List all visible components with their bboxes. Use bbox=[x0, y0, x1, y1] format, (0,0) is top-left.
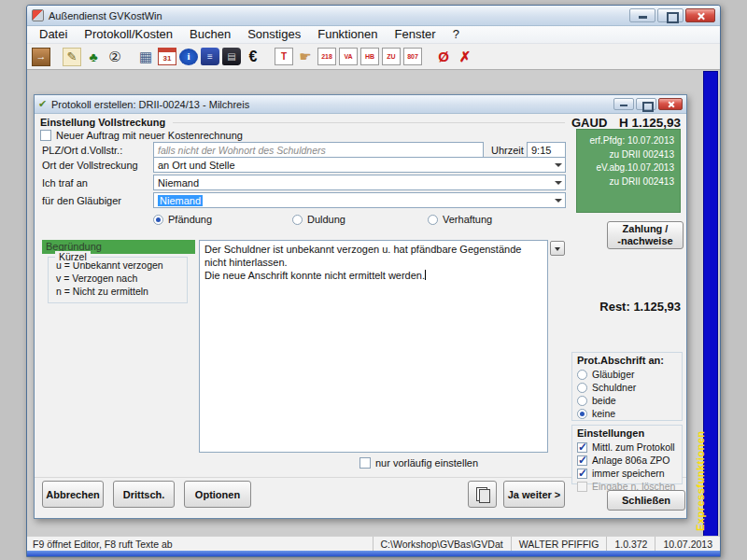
time-input[interactable]: 9:15 bbox=[527, 142, 566, 158]
document-hb-icon[interactable]: HB bbox=[360, 48, 379, 65]
traf-label: Ich traf an bbox=[42, 177, 88, 189]
drittsch-button[interactable]: Drittsch. bbox=[113, 481, 175, 508]
abschrift-radio[interactable] bbox=[577, 396, 587, 406]
app-icon bbox=[32, 9, 44, 21]
kuerzel-title: Kürzel bbox=[55, 251, 91, 262]
glaeubiger-combobox[interactable]: Niemand bbox=[153, 192, 566, 208]
section-title: Einstellung Vollstreckung bbox=[40, 117, 165, 128]
new-order-checkbox-box[interactable] bbox=[40, 130, 51, 141]
optionen-button[interactable]: Optionen bbox=[184, 481, 251, 508]
radio-verhaftung[interactable]: Verhaftung bbox=[428, 214, 492, 225]
abschrift-label: keine bbox=[592, 408, 615, 419]
protocol-edit-icon[interactable]: ✎ bbox=[63, 48, 81, 66]
kosten-icon[interactable]: ♣ bbox=[84, 48, 103, 66]
menu-datei[interactable]: Datei bbox=[31, 26, 76, 43]
radio-pfaendung-dot[interactable] bbox=[153, 215, 163, 225]
abschrift-radio[interactable] bbox=[577, 370, 587, 380]
clock-2-icon[interactable]: ② bbox=[106, 48, 124, 66]
radio-pfaendung[interactable]: Pfändung bbox=[153, 214, 212, 225]
chevron-down-icon[interactable] bbox=[555, 199, 562, 203]
hand-icon[interactable]: ☛ bbox=[296, 48, 315, 66]
statusbar-user: WALTER PFIFFIG bbox=[511, 537, 607, 551]
einstellung-label: immer speichern bbox=[592, 468, 665, 479]
main-titlebar: Außendienst GVKostWin bbox=[27, 6, 720, 26]
traf-combobox[interactable]: Niemand bbox=[153, 175, 566, 190]
begruendung-textarea[interactable]: Der Schuldner ist unbekannt verzogen u. … bbox=[199, 240, 548, 453]
ort-combobox[interactable]: an Ort und Stelle bbox=[153, 157, 566, 173]
einstellung-checkbox[interactable] bbox=[577, 455, 587, 466]
einstellung-checkbox[interactable] bbox=[577, 469, 587, 479]
einstellungen-title: Einstellungen bbox=[572, 426, 682, 440]
statusbar-hint: F9 öffnet Editor, F8 ruft Texte ab bbox=[27, 539, 373, 550]
kuerzel-item: v = Verzogen nach bbox=[49, 271, 187, 284]
dialog-maximize-button[interactable] bbox=[636, 98, 656, 110]
dialog-close-button[interactable] bbox=[658, 98, 683, 110]
cancel-icon[interactable]: ✗ bbox=[456, 48, 474, 66]
abschrift-option-beide[interactable]: beide bbox=[572, 393, 682, 406]
text-dropdown-button[interactable] bbox=[550, 241, 565, 256]
statusbar-path: C:\Workshop\GVBas\GVDat bbox=[373, 537, 511, 551]
case-info-line: eV.abg.10.07.2013 bbox=[583, 161, 674, 175]
einstellung-immer-speichern[interactable]: immer speichern bbox=[572, 466, 682, 479]
abschrift-radio[interactable] bbox=[577, 383, 587, 393]
abschrift-radio[interactable] bbox=[577, 409, 587, 419]
addressbook-icon[interactable]: ▤ bbox=[222, 48, 241, 65]
einstellung-checkbox[interactable] bbox=[577, 442, 587, 453]
abschrift-option-schuldner[interactable]: Schuldner bbox=[572, 380, 682, 393]
plz-placeholder: falls nicht der Wohnort des Schuldners bbox=[158, 145, 326, 156]
kuerzel-groupbox: Kürzel u = Unbekannt verzogen v = Verzog… bbox=[48, 257, 188, 303]
menu-buchen[interactable]: Buchen bbox=[181, 26, 239, 43]
phonebook-icon[interactable]: ≡ bbox=[201, 48, 219, 65]
radio-verhaftung-label: Verhaftung bbox=[443, 214, 492, 225]
document-va-icon[interactable]: VA bbox=[339, 48, 358, 65]
radio-verhaftung-dot[interactable] bbox=[428, 215, 438, 225]
abschrift-option-keine[interactable]: keine bbox=[572, 406, 682, 419]
copies-button[interactable] bbox=[468, 481, 497, 508]
plz-input[interactable]: falls nicht der Wohnort des Schuldners bbox=[153, 142, 484, 158]
document-218-icon[interactable]: 218 bbox=[317, 48, 336, 65]
menu-funktionen[interactable]: Funktionen bbox=[309, 26, 386, 43]
einstellung-anlage-806a[interactable]: Anlage 806a ZPO bbox=[572, 453, 682, 466]
dialog-check-icon: ✔ bbox=[38, 98, 51, 110]
case-info-line: zu DRII 002413 bbox=[583, 175, 674, 189]
radio-duldung-label: Duldung bbox=[307, 214, 345, 225]
document-zu-icon[interactable]: ZU bbox=[382, 48, 401, 65]
gaud-label: GAUD bbox=[571, 116, 607, 130]
abbrechen-button[interactable]: Abbrechen bbox=[42, 481, 104, 508]
vorlaeufig-checkbox[interactable]: nur vorläufig einstellen bbox=[359, 457, 478, 469]
schliessen-button[interactable]: Schließen bbox=[607, 490, 685, 511]
close-button[interactable] bbox=[685, 8, 715, 22]
chevron-down-icon[interactable] bbox=[555, 163, 562, 167]
document-t-icon[interactable]: T bbox=[275, 48, 293, 65]
radio-duldung[interactable]: Duldung bbox=[292, 214, 345, 225]
menubar: Datei Protokoll/Kosten Buchen Sonstiges … bbox=[27, 26, 720, 44]
euro-icon[interactable]: € bbox=[244, 48, 262, 66]
document-807-icon[interactable]: 807 bbox=[403, 48, 422, 65]
abschrift-option-glaeubiger[interactable]: Gläubiger bbox=[572, 367, 682, 380]
menu-protokoll-kosten[interactable]: Protokoll/Kosten bbox=[76, 26, 181, 43]
express-functions-bar[interactable]: Expressfunktionen bbox=[703, 71, 718, 538]
main-window: Außendienst GVKostWin Datei Protokoll/Ko… bbox=[26, 5, 721, 557]
zahlung-button[interactable]: Zahlung / -nachweise bbox=[607, 221, 684, 249]
menu-sonstiges[interactable]: Sonstiges bbox=[239, 26, 309, 43]
einstellung-mittl-protokoll[interactable]: Mittl. zum Protokoll bbox=[572, 440, 682, 453]
menu-help[interactable]: ? bbox=[444, 26, 468, 43]
vorlaeufig-checkbox-box[interactable] bbox=[359, 457, 371, 469]
new-order-checkbox[interactable]: Neuer Auftrag mit neuer Kostenrechnung bbox=[40, 130, 243, 141]
exit-icon[interactable]: → bbox=[32, 48, 50, 66]
radio-duldung-dot[interactable] bbox=[292, 215, 303, 225]
calendar-icon[interactable]: 31 bbox=[158, 48, 176, 65]
statusbar-version: 1.0.372 bbox=[606, 537, 655, 551]
rest-amount: Rest: 1.125,93 bbox=[599, 300, 681, 314]
maximize-button[interactable] bbox=[657, 8, 684, 22]
begruendung-text-line: Der Schuldner ist unbekannt verzogen u. … bbox=[204, 243, 543, 269]
glaeubiger-value: Niemand bbox=[158, 195, 203, 206]
ja-weiter-button[interactable]: Ja weiter > bbox=[503, 481, 565, 508]
no-person-icon[interactable]: Ø bbox=[434, 48, 453, 66]
minimize-button[interactable] bbox=[629, 8, 655, 22]
info-icon[interactable]: i bbox=[179, 49, 198, 65]
calculator-icon[interactable]: ▦ bbox=[136, 48, 155, 66]
menu-fenster[interactable]: Fenster bbox=[387, 26, 444, 43]
dialog-minimize-button[interactable] bbox=[613, 98, 634, 110]
chevron-down-icon[interactable] bbox=[555, 181, 562, 185]
